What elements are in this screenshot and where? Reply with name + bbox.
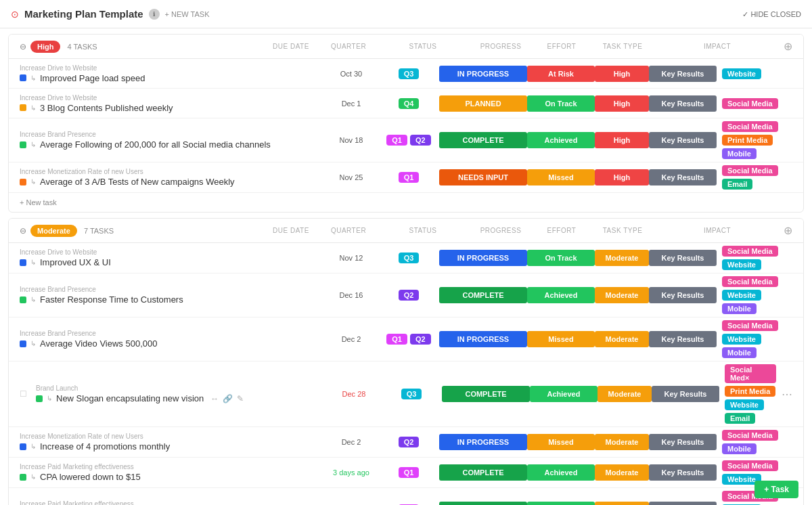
- task-effort: Moderate: [595, 287, 649, 303]
- info-icon[interactable]: ℹ: [149, 9, 160, 20]
- tasktype-badge: Key Results: [649, 502, 717, 505]
- task-name-label[interactable]: Faster Response Time to Customers: [40, 294, 183, 305]
- group-toggle-icon[interactable]: ⊖: [20, 226, 26, 236]
- task-effort: High: [595, 95, 649, 112]
- task-link-icon: ↳: [30, 259, 36, 266]
- task-name-label[interactable]: Increase of 4 promotions monthly: [40, 441, 170, 452]
- row-dots-menu[interactable]: ⋯: [782, 388, 792, 401]
- effort-badge: Moderate: [595, 502, 649, 505]
- quarter-badge: Q2: [399, 290, 420, 301]
- new-task-header-button[interactable]: + NEW TASK: [165, 10, 210, 18]
- task-link-icon: ↳: [30, 141, 36, 148]
- task-due-date: Nov 25: [324, 173, 378, 181]
- impact-tag: Mobile: [722, 148, 757, 159]
- header: ⊙ Marketing Plan Template ℹ + NEW TASK ✓…: [0, 0, 812, 28]
- group-high: ⊖High4 TASKSDUE DATEQUARTERSTATUSPROGRES…: [8, 34, 804, 213]
- tasktype-badge: Key Results: [649, 464, 717, 481]
- task-quarter: Q3: [378, 68, 439, 79]
- task-color-indicator: [20, 179, 26, 185]
- group-toggle-icon[interactable]: ⊖: [20, 42, 26, 51]
- table-row: Increase Paid Marketing effectiveness↳CP…: [9, 458, 803, 488]
- col-header-label: TASK TYPE: [589, 227, 656, 234]
- status-badge: IN PROGRESS: [439, 331, 527, 347]
- task-name-label[interactable]: 3 Blog Contents Published weekly: [40, 103, 173, 113]
- row-action-icon[interactable]: 🔗: [223, 394, 233, 403]
- task-parent-label: Increase Brand Presence: [20, 131, 324, 138]
- task-name-label[interactable]: Improved UX & UI: [40, 257, 111, 267]
- task-name-label[interactable]: CPA lowered down to $15: [40, 472, 141, 482]
- task-effort: Moderate: [595, 331, 649, 347]
- task-name-label[interactable]: New Slogan encapsulating new vision: [56, 393, 204, 403]
- impact-tag: Website: [722, 68, 761, 79]
- quarter-badge: Q2: [410, 334, 431, 345]
- column-labels: DUE DATEQUARTERSTATUSPROGRESSEFFORTTASK …: [264, 227, 778, 234]
- table-row: Increase Brand Presence↳Faster Response …: [9, 273, 803, 317]
- task-progress: Achieved: [530, 386, 597, 402]
- task-name-cell: Increase Brand Presence↳Average Followin…: [20, 127, 324, 154]
- impact-tag: Website: [725, 399, 764, 410]
- task-name-label[interactable]: Average Video Views 500,000: [40, 338, 157, 349]
- add-task-button[interactable]: + Task: [754, 481, 798, 498]
- task-type: Key Results: [649, 250, 717, 266]
- back-icon: ⊙: [11, 9, 19, 20]
- impact-tag: Social Media: [722, 98, 778, 109]
- page: ⊙ Marketing Plan Template ℹ + NEW TASK ✓…: [0, 0, 812, 505]
- tasktype-badge: Key Results: [652, 386, 719, 402]
- task-color-indicator: [20, 259, 26, 266]
- quarter-badge: Q1: [399, 172, 420, 183]
- task-link-icon: ↳: [30, 473, 36, 481]
- task-name-row: ↳New Slogan encapsulating new vision↔🔗✎: [36, 393, 327, 403]
- add-column-icon[interactable]: ⊕: [784, 40, 792, 53]
- quarter-badge: Q1: [386, 334, 407, 345]
- impact-tag: Mobile: [722, 443, 757, 454]
- row-action-icon[interactable]: ↔: [210, 394, 219, 403]
- quarter-badge: Q3: [399, 252, 420, 263]
- task-name-label[interactable]: Improved Page load speed: [40, 73, 145, 83]
- task-impact: Website: [717, 66, 792, 82]
- table-row: Increase Monetization Rate of new Users↳…: [9, 162, 803, 193]
- task-link-icon: ↳: [30, 74, 36, 82]
- impact-tag: Social Media: [722, 276, 778, 287]
- task-due-date: Dec 2: [324, 438, 378, 446]
- status-badge: PLANNED: [439, 95, 527, 112]
- status-badge: IN PROGRESS: [439, 66, 527, 82]
- progress-badge: Achieved: [527, 502, 595, 505]
- impact-tag: Website: [722, 290, 761, 301]
- column-labels: DUE DATEQUARTERSTATUSPROGRESSEFFORTTASK …: [264, 43, 778, 50]
- task-parent-label: Increase Paid Marketing effectiveness: [20, 500, 324, 505]
- effort-badge: Moderate: [595, 250, 649, 266]
- task-status: COMPLETE: [439, 502, 527, 505]
- task-impact: Social Media: [717, 95, 792, 112]
- task-name-label[interactable]: Average Following of 200,000 for all Soc…: [40, 139, 271, 150]
- task-impact: Social MediaPrint MediaMobile: [717, 118, 792, 162]
- impact-tag: Website: [722, 259, 761, 270]
- group-header-high: ⊖High4 TASKSDUE DATEQUARTERSTATUSPROGRES…: [9, 35, 803, 59]
- add-column-icon[interactable]: ⊕: [784, 224, 792, 237]
- task-progress: Achieved: [527, 287, 595, 303]
- progress-badge: At Risk: [527, 66, 595, 82]
- task-name-row: ↳Average Video Views 500,000: [20, 338, 324, 349]
- effort-badge: Moderate: [595, 287, 649, 303]
- task-impact: Social MediaEmail: [717, 162, 792, 192]
- task-parent-label: Increase Monetization Rate of new Users: [20, 168, 324, 175]
- task-status: NEEDS INPUT: [439, 169, 527, 185]
- add-task-row[interactable]: + New task: [9, 193, 803, 212]
- col-header-label: PROGRESS: [467, 43, 535, 50]
- table-row: ☐Brand Launch↳New Slogan encapsulating n…: [9, 361, 803, 427]
- task-progress: Missed: [527, 331, 595, 347]
- row-checkbox[interactable]: ☐: [20, 389, 33, 399]
- row-action-icon[interactable]: ✎: [237, 394, 244, 403]
- task-name-label[interactable]: Average of 3 A/B Tests of New campaigns …: [40, 177, 235, 187]
- task-parent-label: Increase Drive to Website: [20, 64, 324, 72]
- col-header-label: EFFORT: [535, 227, 589, 234]
- impact-tag: Social Med×: [725, 364, 776, 383]
- task-effort: Moderate: [595, 250, 649, 266]
- task-name-row: ↳Increase of 4 promotions monthly: [20, 441, 324, 452]
- task-due-date: Dec 2: [324, 335, 378, 343]
- hide-closed-button[interactable]: ✓ HIDE CLOSED: [742, 9, 801, 19]
- bottom-add-task[interactable]: + Task: [754, 481, 798, 498]
- task-name-cell: Increase Brand Presence↳Average Video Vi…: [20, 326, 324, 353]
- progress-badge: On Track: [527, 250, 595, 266]
- task-quarter: Q2: [378, 290, 439, 301]
- task-effort: Moderate: [597, 386, 652, 402]
